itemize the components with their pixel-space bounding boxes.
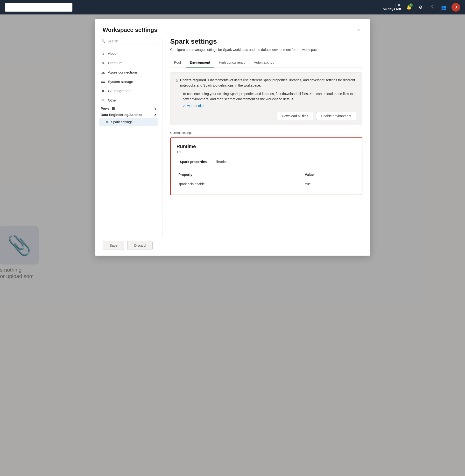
info-banner-text: Update required. Environments let users … <box>180 77 356 88</box>
banner-body-text: To continue using your existing Spark pr… <box>176 91 356 102</box>
search-input[interactable] <box>107 39 156 43</box>
sidebar-item-label-spark: Spark settings <box>111 120 133 124</box>
sidebar-item-label-git: Git integration <box>108 89 130 93</box>
view-tutorial-link[interactable]: View tutorial ↗ <box>182 104 205 108</box>
modal-header: Workspace settings × <box>95 19 370 34</box>
runtime-version: 1.2 <box>177 150 356 154</box>
tab-automatic-log[interactable]: Automatic log <box>250 58 278 68</box>
sidebar-section-label-power-bi: Power BI <box>101 107 115 111</box>
trial-label: Trial: <box>395 3 401 7</box>
modal-title: Workspace settings <box>103 27 157 33</box>
cloud-icon: ☁ <box>101 70 106 74</box>
sidebar-item-azure[interactable]: ☁ Azure connections <box>99 68 159 77</box>
chevron-down-icon-power-bi: ∨ <box>154 107 157 111</box>
info-banner: ℹ Update required. Environments let user… <box>170 72 362 125</box>
value-cell: true <box>303 179 356 189</box>
table-header: Property Value <box>177 170 356 179</box>
current-settings-label: Current settings <box>170 131 362 134</box>
page-desc: Configure and manage settings for Spark … <box>170 47 362 52</box>
info-banner-title-row: ℹ Update required. Environments let user… <box>176 77 356 88</box>
sidebar-item-label-about: About <box>108 51 117 55</box>
chevron-up-icon-data-eng: ∧ <box>154 113 157 117</box>
table-body: spark.acls.enabletrue <box>177 179 356 189</box>
tab-bar: Pool Environment High concurrency Automa… <box>170 58 362 68</box>
settings-icon[interactable]: ⚙ <box>417 3 424 11</box>
list-icon: ≡ <box>101 98 106 102</box>
modal-overlay: Workspace settings × 🔍 ℹ About ◈ Premium <box>0 14 465 476</box>
table-row: spark.acls.enabletrue <box>177 179 356 189</box>
page-title: Spark settings <box>170 38 362 45</box>
sidebar-item-about[interactable]: ℹ About <box>99 49 159 58</box>
sidebar-item-label-azure: Azure connections <box>108 70 137 74</box>
avatar[interactable]: U <box>452 3 460 11</box>
download-all-files-button[interactable]: Download all files <box>277 112 313 120</box>
sidebar-item-label-other: Other <box>108 98 117 102</box>
column-header-property: Property <box>177 170 303 179</box>
sidebar-item-spark-settings[interactable]: ⚙ Spark settings <box>99 118 159 126</box>
main-content: Spark settings Configure and manage sett… <box>162 38 370 237</box>
banner-buttons: Download all files Enable environment <box>176 112 356 120</box>
inner-tab-spark-properties[interactable]: Spark properties <box>177 158 210 166</box>
sidebar-item-premium[interactable]: ◈ Premium <box>99 58 159 68</box>
workspace-settings-modal: Workspace settings × 🔍 ℹ About ◈ Premium <box>95 19 370 256</box>
spark-settings-icon: ⚙ <box>106 120 109 124</box>
notification-badge: 3 <box>409 3 413 7</box>
trial-info: Trial: 59 days left <box>383 3 401 11</box>
modal-footer: Save Discard <box>95 237 370 256</box>
sidebar-item-label-premium: Premium <box>108 61 122 65</box>
sidebar-item-other[interactable]: ≡ Other <box>99 95 159 105</box>
sidebar-section-data-eng[interactable]: Data Engineering/Science ∧ <box>99 111 159 118</box>
storage-icon: ▬ <box>101 79 106 84</box>
sidebar-section-power-bi[interactable]: Power BI ∨ <box>99 105 159 111</box>
topbar-right: Trial: 59 days left 🔔 3 ⚙ ? 👥 U <box>383 3 460 11</box>
sidebar-item-label-storage: System storage <box>108 80 133 84</box>
trial-days: 59 days left <box>383 7 401 11</box>
inner-tab-libraries[interactable]: Libraries <box>211 158 231 166</box>
search-box[interactable]: 🔍 <box>99 38 159 45</box>
tab-pool[interactable]: Pool <box>170 58 185 68</box>
property-cell: spark.acls.enable <box>177 179 303 189</box>
modal-body: 🔍 ℹ About ◈ Premium ☁ Azure connections … <box>95 34 370 237</box>
sidebar-item-storage[interactable]: ▬ System storage <box>99 77 159 86</box>
people-icon[interactable]: 👥 <box>440 3 448 11</box>
discard-button[interactable]: Discard <box>127 241 153 250</box>
banner-strong-text: Update required. <box>180 78 207 82</box>
sidebar-item-git[interactable]: ◆ Git integration <box>99 86 159 95</box>
close-button[interactable]: × <box>355 26 362 34</box>
git-icon: ◆ <box>101 89 106 93</box>
column-header-value: Value <box>303 170 356 179</box>
runtime-title: Runtime <box>177 144 356 149</box>
tab-high-concurrency[interactable]: High concurrency <box>215 58 249 68</box>
enable-environment-button[interactable]: Enable environment <box>316 112 356 120</box>
current-settings-box: Runtime 1.2 Spark properties Libraries P… <box>170 137 362 195</box>
premium-icon: ◈ <box>101 61 106 65</box>
inner-tab-bar: Spark properties Libraries <box>177 158 356 166</box>
sidebar: 🔍 ℹ About ◈ Premium ☁ Azure connections … <box>95 38 162 237</box>
search-icon: 🔍 <box>101 39 106 43</box>
help-icon[interactable]: ? <box>428 3 436 11</box>
notification-icon[interactable]: 🔔 3 <box>405 3 413 11</box>
topbar-search-box[interactable] <box>5 3 73 11</box>
properties-table: Property Value spark.acls.enabletrue <box>177 170 356 189</box>
save-button[interactable]: Save <box>103 241 124 250</box>
info-circle-icon: ℹ <box>176 78 178 82</box>
topbar: Trial: 59 days left 🔔 3 ⚙ ? 👥 U <box>0 0 465 14</box>
view-tutorial-label: View tutorial <box>182 104 201 108</box>
sidebar-section-label-data-eng: Data Engineering/Science <box>101 113 142 117</box>
info-icon: ℹ <box>101 51 106 56</box>
external-link-icon: ↗ <box>202 104 205 108</box>
tab-environment[interactable]: Environment <box>186 58 214 68</box>
